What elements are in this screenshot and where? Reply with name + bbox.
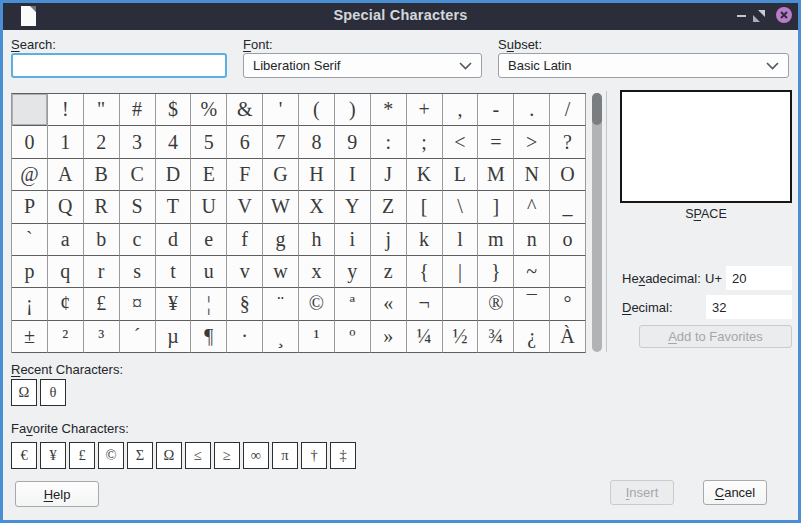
char-cell[interactable]: B xyxy=(84,159,120,191)
char-cell[interactable]: ¤ xyxy=(120,288,156,320)
char-chip[interactable]: θ xyxy=(40,379,66,406)
char-cell[interactable]: ( xyxy=(299,94,335,126)
char-chip[interactable]: ‡ xyxy=(330,442,356,469)
char-cell[interactable]: ¼ xyxy=(407,321,443,353)
char-chip[interactable]: π xyxy=(272,442,298,469)
char-cell[interactable]: h xyxy=(299,224,335,256)
char-cell[interactable]: ´ xyxy=(120,321,156,353)
char-cell[interactable]: / xyxy=(550,94,586,126)
char-cell[interactable]: = xyxy=(478,126,514,158)
char-cell[interactable]: 4 xyxy=(156,126,192,158)
char-cell[interactable]: - xyxy=(478,94,514,126)
char-cell[interactable]: ¨ xyxy=(263,288,299,320)
help-button[interactable]: Help xyxy=(15,481,99,507)
grid-scrollbar[interactable] xyxy=(592,93,602,352)
char-cell[interactable]: P xyxy=(12,191,48,223)
char-cell[interactable]: ¢ xyxy=(48,288,84,320)
char-cell[interactable]: + xyxy=(407,94,443,126)
char-cell[interactable]: ³ xyxy=(84,321,120,353)
char-cell[interactable]: x xyxy=(299,256,335,288)
char-cell[interactable]: K xyxy=(407,159,443,191)
char-cell[interactable]: " xyxy=(84,94,120,126)
char-cell[interactable]: | xyxy=(443,256,479,288)
char-cell[interactable]: F xyxy=(227,159,263,191)
char-cell[interactable]: · xyxy=(227,321,263,353)
char-cell[interactable]: & xyxy=(227,94,263,126)
char-cell[interactable]: _ xyxy=(550,191,586,223)
char-cell[interactable]: O xyxy=(550,159,586,191)
char-chip[interactable]: ¥ xyxy=(40,442,66,469)
char-cell[interactable]: 9 xyxy=(335,126,371,158)
char-cell[interactable] xyxy=(12,94,48,126)
char-cell[interactable]: $ xyxy=(156,94,192,126)
char-cell[interactable]: a xyxy=(48,224,84,256)
char-cell[interactable]: § xyxy=(227,288,263,320)
char-cell[interactable]: Y xyxy=(335,191,371,223)
char-cell[interactable]: C xyxy=(120,159,156,191)
char-cell[interactable]: 3 xyxy=(120,126,156,158)
char-cell[interactable]: f xyxy=(227,224,263,256)
char-cell[interactable]: H xyxy=(299,159,335,191)
char-cell[interactable]: m xyxy=(478,224,514,256)
char-chip[interactable]: † xyxy=(301,442,327,469)
char-cell[interactable]: , xyxy=(443,94,479,126)
char-cell[interactable]: ` xyxy=(12,224,48,256)
char-cell[interactable]: Z xyxy=(371,191,407,223)
char-cell[interactable]: z xyxy=(371,256,407,288)
char-cell[interactable]: q xyxy=(48,256,84,288)
char-cell[interactable]: X xyxy=(299,191,335,223)
char-cell[interactable]: Q xyxy=(48,191,84,223)
char-cell[interactable] xyxy=(550,256,586,288)
char-cell[interactable]: A xyxy=(48,159,84,191)
char-cell[interactable]: R xyxy=(84,191,120,223)
char-cell[interactable]: k xyxy=(407,224,443,256)
char-cell[interactable]: w xyxy=(263,256,299,288)
char-cell[interactable]: ¦ xyxy=(191,288,227,320)
char-cell[interactable]: { xyxy=(407,256,443,288)
char-cell[interactable]: ' xyxy=(263,94,299,126)
char-cell[interactable]: p xyxy=(12,256,48,288)
subset-select[interactable]: Basic Latin xyxy=(498,53,789,78)
char-chip[interactable]: ≤ xyxy=(185,442,211,469)
char-cell[interactable]: \ xyxy=(443,191,479,223)
char-cell[interactable]: ² xyxy=(48,321,84,353)
char-cell[interactable]: N xyxy=(514,159,550,191)
char-cell[interactable]: ¥ xyxy=(156,288,192,320)
char-cell[interactable]: ± xyxy=(12,321,48,353)
char-cell[interactable]: 2 xyxy=(84,126,120,158)
grid-scrollbar-thumb[interactable] xyxy=(592,93,602,125)
char-cell[interactable]: ¯ xyxy=(514,288,550,320)
character-grid[interactable]: !"#$%&'()*+,-./0123456789:;<=>?@ABCDEFGH… xyxy=(11,93,586,353)
char-chip[interactable]: Ω xyxy=(11,379,37,406)
char-chip[interactable]: Σ xyxy=(127,442,153,469)
char-cell[interactable]: S xyxy=(120,191,156,223)
char-cell[interactable]: ¿ xyxy=(514,321,550,353)
char-cell[interactable]: n xyxy=(514,224,550,256)
char-cell[interactable]: ¹ xyxy=(299,321,335,353)
char-cell[interactable]: j xyxy=(371,224,407,256)
char-chip[interactable]: Ω xyxy=(156,442,182,469)
char-cell[interactable]: l xyxy=(443,224,479,256)
close-button[interactable] xyxy=(776,7,792,23)
char-cell[interactable]: ½ xyxy=(443,321,479,353)
char-cell[interactable]: £ xyxy=(84,288,120,320)
char-cell[interactable]: ¡ xyxy=(12,288,48,320)
char-cell[interactable]: y xyxy=(335,256,371,288)
char-cell[interactable]: ^ xyxy=(514,191,550,223)
search-input[interactable] xyxy=(11,53,227,78)
char-cell[interactable]: 6 xyxy=(227,126,263,158)
char-cell[interactable]: ¸ xyxy=(263,321,299,353)
char-cell[interactable]: º xyxy=(335,321,371,353)
char-cell[interactable]: E xyxy=(191,159,227,191)
minimize-button[interactable] xyxy=(737,15,746,17)
char-cell[interactable]: M xyxy=(478,159,514,191)
char-chip[interactable]: ∞ xyxy=(243,442,269,469)
char-cell[interactable]: ; xyxy=(407,126,443,158)
char-cell[interactable]: À xyxy=(550,321,586,353)
char-cell[interactable]: 0 xyxy=(12,126,48,158)
char-cell[interactable]: : xyxy=(371,126,407,158)
char-cell[interactable]: U xyxy=(191,191,227,223)
char-cell[interactable]: ~ xyxy=(514,256,550,288)
hexadecimal-input[interactable] xyxy=(726,266,792,290)
decimal-input[interactable] xyxy=(706,295,792,319)
